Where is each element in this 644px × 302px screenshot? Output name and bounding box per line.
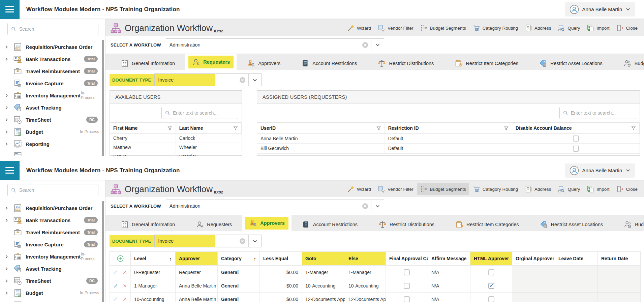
assigned-user-row[interactable]: Bill Gecawich Default	[257, 144, 640, 153]
tab-account-restrictions[interactable]: Account Restrictions	[291, 57, 367, 70]
column-header[interactable]: Orginal Approver↑	[512, 252, 555, 266]
column-header[interactable]: Level↑	[131, 252, 176, 266]
address-button[interactable]: Address	[522, 22, 554, 34]
column-header[interactable]: Return Date↑	[598, 252, 641, 266]
html-approver-checkbox[interactable]	[488, 269, 494, 275]
available-user-row[interactable]: Cherry Carlock	[110, 134, 242, 143]
final-approval-checkbox[interactable]	[404, 283, 410, 289]
final-approval-checkbox[interactable]	[404, 269, 410, 275]
document-type-input[interactable]	[155, 238, 237, 244]
category-routing-button[interactable]: Category Routing	[470, 22, 521, 34]
tab-approvers[interactable]: Approvers	[237, 57, 291, 70]
filter-icon[interactable]	[631, 126, 636, 131]
clear-icon[interactable]	[239, 238, 246, 244]
approver-row[interactable]: 10-Accounting Anna Belle Martin General …	[110, 293, 641, 302]
edit-row-button[interactable]	[113, 282, 118, 289]
sidebar-item-invoice-capture[interactable]: Invoice Capture Trial Trial	[0, 238, 105, 250]
user-menu[interactable]: Anna Belle Martin	[565, 163, 635, 178]
dropdown-button[interactable]	[371, 200, 384, 212]
tab-restrict-distributions[interactable]: Restrict Distributions	[367, 57, 444, 70]
query-button[interactable]: Query	[555, 22, 583, 34]
assigned-users-search[interactable]	[559, 107, 636, 119]
assigned-users-search-input[interactable]	[571, 110, 633, 116]
add-approver-button[interactable]	[117, 255, 124, 262]
column-header[interactable]: Leave Date↑	[555, 252, 598, 266]
delete-row-button[interactable]	[123, 297, 127, 302]
html-approver-checkbox[interactable]	[488, 283, 494, 289]
dropdown-button[interactable]	[371, 39, 384, 51]
sidebar-item-requisition-purchase-order[interactable]: Requisition/Purchase Order	[0, 202, 105, 214]
close-button[interactable]: Close	[613, 183, 641, 195]
column-header[interactable]: Last Name	[176, 123, 241, 134]
tab-budget-personnel[interactable]: Budget Personnel	[613, 218, 644, 231]
column-header[interactable]: Restriction ID	[385, 123, 512, 134]
sidebar-item-requisition-purchase-order[interactable]: Requisition/Purchase Order	[0, 41, 105, 53]
delete-row-button[interactable]	[123, 270, 127, 275]
sidebar-search[interactable]	[7, 23, 98, 35]
sidebar-item-travel-reimbursement[interactable]: Travel Reimbursement Trial Trial	[0, 65, 105, 77]
workflow-input[interactable]	[166, 42, 359, 48]
tab-approvers[interactable]: Approvers	[242, 215, 292, 231]
sidebar-item-inventory-management[interactable]: Inventory Management In-Process In-Proce…	[0, 250, 105, 263]
sidebar-search-input[interactable]	[19, 26, 95, 32]
sidebar-item-bank-transactions[interactable]: Bank Transactions Trial Trial	[0, 214, 105, 226]
workflow-combobox[interactable]	[166, 200, 384, 212]
tab-restrict-asset-locations[interactable]: Restrict Asset Locations	[529, 57, 613, 70]
column-header[interactable]: Else↑	[345, 252, 386, 266]
sidebar-item-asset-tracking[interactable]: Asset Tracking	[0, 263, 105, 275]
column-header[interactable]: UserID	[257, 123, 385, 134]
column-header[interactable]: Less Equal↑	[260, 252, 302, 266]
sidebar-item-timesheet[interactable]: TimeSheet RC RC	[0, 275, 105, 287]
vendor-filter-button[interactable]: Vendor Filter	[375, 183, 417, 195]
clear-icon[interactable]	[239, 77, 246, 83]
filter-icon[interactable]	[233, 126, 238, 131]
filter-icon[interactable]	[167, 126, 172, 131]
tab-restrict-item-categories[interactable]: Restrict Item Categories	[445, 218, 529, 231]
delete-row-button[interactable]	[123, 283, 127, 289]
tab-restrict-distributions[interactable]: Restrict Distributions	[368, 218, 445, 231]
document-type-combobox[interactable]	[154, 235, 262, 247]
sidebar-search-input[interactable]	[19, 187, 95, 193]
tab-budget-personnel[interactable]: Budget Personnel	[613, 57, 644, 70]
workflow-input[interactable]	[166, 203, 359, 209]
wizard-button[interactable]: Wizard	[344, 22, 374, 34]
tab-requesters[interactable]: Requesters	[185, 218, 242, 231]
sidebar-scrollbar[interactable]	[102, 201, 104, 302]
query-button[interactable]: Query	[555, 183, 583, 195]
sidebar-item-invoice-capture[interactable]: Invoice Capture Trial Trial	[0, 77, 105, 89]
column-header[interactable]: Disable Account Balance	[512, 123, 639, 134]
sidebar-scrollbar[interactable]	[102, 40, 104, 156]
column-header[interactable]: Affirm Message↑	[428, 252, 470, 266]
sidebar-item-clipped[interactable]	[0, 150, 105, 156]
dropdown-button[interactable]	[248, 74, 261, 86]
document-type-combobox[interactable]	[154, 73, 262, 86]
tab-general-information[interactable]: General Information	[110, 218, 185, 231]
tab-account-restrictions[interactable]: Account Restrictions	[292, 218, 368, 231]
wizard-button[interactable]: Wizard	[344, 183, 374, 195]
workflow-combobox[interactable]	[166, 38, 384, 51]
sidebar-item-reporting[interactable]: Reporting	[0, 138, 105, 150]
sidebar-item-bank-transactions[interactable]: Bank Transactions Trial Trial	[0, 53, 105, 65]
budget-segments-button[interactable]: Budget Segments	[417, 22, 469, 34]
vendor-filter-button[interactable]: Vendor Filter	[375, 22, 417, 34]
tab-restrict-item-categories[interactable]: Restrict Item Categories	[444, 57, 529, 70]
tab-requesters[interactable]: Requesters	[185, 54, 237, 70]
available-users-search[interactable]	[161, 107, 238, 119]
sidebar-item-budget[interactable]: Budget In-Process In-Process	[0, 126, 105, 138]
available-user-row[interactable]: Matthew Wheeler	[110, 143, 242, 152]
sidebar-item-reporting[interactable]: Reporting	[0, 299, 105, 302]
html-approver-checkbox[interactable]	[488, 296, 494, 302]
clear-icon[interactable]	[362, 42, 368, 48]
import-button[interactable]: Import	[584, 183, 612, 195]
column-header[interactable]: HTML Approver↑	[470, 252, 512, 266]
disable-account-balance-checkbox[interactable]	[573, 135, 579, 142]
sidebar-item-inventory-management[interactable]: Inventory Management In-Process In-Proce…	[0, 89, 105, 101]
disable-account-balance-checkbox[interactable]	[573, 146, 579, 152]
sidebar-search[interactable]	[7, 184, 98, 196]
column-header[interactable]: Final Approval Conf...↑	[386, 252, 428, 266]
column-header[interactable]: Category↑	[218, 252, 260, 266]
sidebar-item-asset-tracking[interactable]: Asset Tracking	[0, 101, 105, 114]
edit-row-button[interactable]	[113, 296, 118, 302]
sidebar-item-timesheet[interactable]: TimeSheet RC RC	[0, 114, 105, 126]
document-type-input[interactable]	[155, 77, 237, 83]
